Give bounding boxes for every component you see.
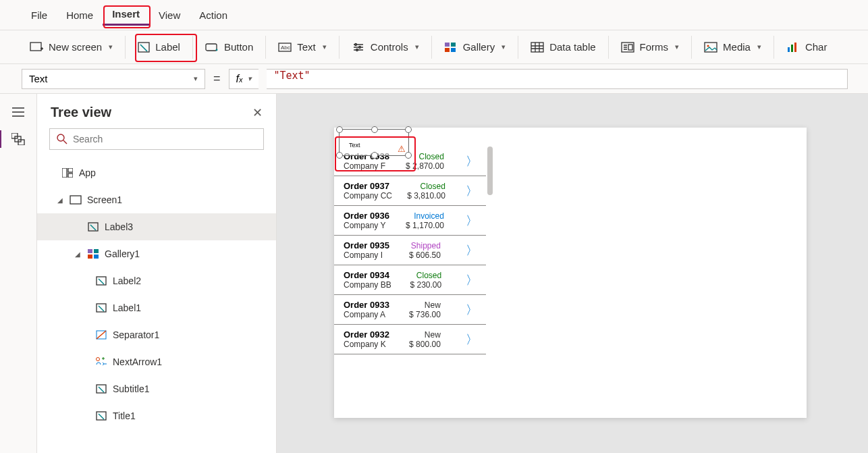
menu-action[interactable]: Action xyxy=(190,5,237,25)
tree-node-gallery1[interactable]: ◢ Gallery1 xyxy=(37,240,276,267)
formula-input[interactable]: "Text" xyxy=(267,69,848,89)
new-screen-button[interactable]: New screen ▾ xyxy=(19,37,124,57)
menu-bar: File Home Insert View Action xyxy=(0,0,868,30)
svg-rect-28 xyxy=(70,196,81,204)
separator xyxy=(339,36,340,59)
tree-label: Gallery1 xyxy=(105,248,140,259)
order-company: Company K xyxy=(344,340,389,349)
svg-rect-0 xyxy=(30,43,41,51)
tree-label: Title1 xyxy=(113,410,136,421)
media-icon xyxy=(704,42,717,53)
scrollbar[interactable] xyxy=(487,146,493,195)
tree-node-label1[interactable]: Label1 xyxy=(37,294,276,321)
separator xyxy=(125,36,126,59)
chevron-down-icon: ▾ xyxy=(323,43,327,51)
gallery-item[interactable]: Order 0936Company YInvoiced$ 1,170.00〉 xyxy=(334,206,486,236)
separator xyxy=(265,36,266,59)
resize-handle[interactable] xyxy=(405,126,412,133)
property-selector[interactable]: Text ▾ xyxy=(22,69,205,89)
media-dropdown[interactable]: Media ▾ xyxy=(693,37,772,57)
separator xyxy=(518,36,518,59)
chevron-down-icon: ▾ xyxy=(248,74,252,83)
gallery-item[interactable]: Order 0934Company BBClosed$ 230.00〉 xyxy=(334,265,486,295)
search-input[interactable] xyxy=(73,134,256,144)
tree-node-app[interactable]: App xyxy=(37,159,276,186)
chevron-down-icon: ▾ xyxy=(675,43,679,51)
tree-node-subtitle1[interactable]: Subtitle1 xyxy=(37,375,276,402)
fx-button[interactable]: fx ▾ xyxy=(229,69,259,89)
chevron-right-icon[interactable]: 〉 xyxy=(466,272,478,288)
separator xyxy=(192,36,193,59)
chevron-right-icon[interactable]: 〉 xyxy=(466,331,478,348)
main-area: Tree view ✕ App ◢ Screen1 Labe xyxy=(0,94,868,453)
tree-view-tab[interactable] xyxy=(10,133,26,145)
forms-dropdown[interactable]: Forms ▾ xyxy=(610,37,690,57)
tree-node-label3[interactable]: Label3 xyxy=(37,213,276,240)
app-screen[interactable]: Order 0938Company FClosed$ 2,870.00〉Orde… xyxy=(334,128,807,418)
order-amount: $ 800.00 xyxy=(409,340,441,349)
menu-insert[interactable]: Insert xyxy=(103,4,149,26)
order-status: Closed xyxy=(421,182,445,191)
tree-node-separator1[interactable]: Separator1 xyxy=(37,321,276,348)
text-dropdown[interactable]: Abc Text ▾ xyxy=(267,37,337,57)
search-icon xyxy=(57,134,67,144)
controls-dropdown[interactable]: Controls ▾ xyxy=(341,37,430,57)
controls-dropdown-label: Controls xyxy=(371,41,408,53)
canvas[interactable]: Order 0938Company FClosed$ 2,870.00〉Orde… xyxy=(277,94,868,453)
chevron-right-icon[interactable]: 〉 xyxy=(466,183,478,199)
order-id: Order 0932 xyxy=(344,329,389,340)
media-dropdown-label: Media xyxy=(723,41,751,53)
gallery-item[interactable]: Order 0933Company ANew$ 736.00〉 xyxy=(334,295,486,325)
tree-node-label2[interactable]: Label2 xyxy=(37,267,276,294)
svg-rect-26 xyxy=(68,168,73,172)
menu-file[interactable]: File xyxy=(22,5,57,25)
resize-handle[interactable] xyxy=(371,126,378,133)
hamburger-button[interactable] xyxy=(10,106,26,118)
chevron-right-icon[interactable]: 〉 xyxy=(466,213,478,229)
data-table-button[interactable]: Data table xyxy=(520,37,606,57)
label-icon xyxy=(95,276,107,286)
svg-point-24 xyxy=(57,134,64,141)
separator xyxy=(774,36,774,59)
resize-handle[interactable] xyxy=(405,152,412,159)
search-box[interactable] xyxy=(49,128,264,150)
gallery-dropdown[interactable]: Gallery ▾ xyxy=(433,37,517,57)
svg-rect-13 xyxy=(531,43,543,52)
tree-node-title1[interactable]: Title1 xyxy=(37,402,276,429)
chevron-right-icon[interactable]: 〉 xyxy=(466,302,478,318)
gallery-item[interactable]: Order 0937Company CCClosed$ 3,810.00〉 xyxy=(334,176,486,206)
tree-label: Separator1 xyxy=(113,329,159,340)
chevron-right-icon[interactable]: 〉 xyxy=(466,153,478,169)
chevron-right-icon[interactable]: 〉 xyxy=(466,242,478,259)
menu-view[interactable]: View xyxy=(149,5,190,25)
svg-rect-32 xyxy=(88,255,92,259)
equals-sign: = xyxy=(213,72,221,86)
gallery-item[interactable]: Order 0932Company KNew$ 800.00〉 xyxy=(334,325,486,354)
tree-node-nextarrow1[interactable]: NextArrow1 xyxy=(37,348,276,375)
svg-rect-19 xyxy=(791,45,793,52)
order-status: New xyxy=(425,300,441,310)
separator xyxy=(431,36,432,59)
selected-label-overlay[interactable]: Text ⚠ xyxy=(339,129,409,156)
order-id: Order 0934 xyxy=(344,270,391,280)
gallery-item[interactable]: Order 0935Company IShipped$ 606.50〉 xyxy=(334,236,486,265)
button-button[interactable]: Button xyxy=(194,37,264,57)
svg-rect-12 xyxy=(451,48,456,52)
resize-handle[interactable] xyxy=(371,152,378,159)
resize-handle[interactable] xyxy=(336,152,343,159)
tree-label: App xyxy=(79,167,96,178)
charts-dropdown[interactable]: Char xyxy=(776,37,838,57)
svg-rect-30 xyxy=(88,249,92,253)
order-company: Company I xyxy=(344,250,389,260)
resize-handle[interactable] xyxy=(336,126,343,133)
tree-node-screen1[interactable]: ◢ Screen1 xyxy=(37,186,276,213)
separator xyxy=(608,36,609,59)
gallery-icon xyxy=(444,42,458,53)
gallery-control[interactable]: Order 0938Company FClosed$ 2,870.00〉Orde… xyxy=(334,146,486,354)
order-amount: $ 2,870.00 xyxy=(406,161,444,171)
menu-home[interactable]: Home xyxy=(57,5,103,25)
order-id: Order 0933 xyxy=(344,300,389,310)
chevron-down-icon: ▾ xyxy=(415,43,419,51)
close-icon[interactable]: ✕ xyxy=(252,105,263,120)
label-button[interactable]: Label xyxy=(127,37,191,57)
